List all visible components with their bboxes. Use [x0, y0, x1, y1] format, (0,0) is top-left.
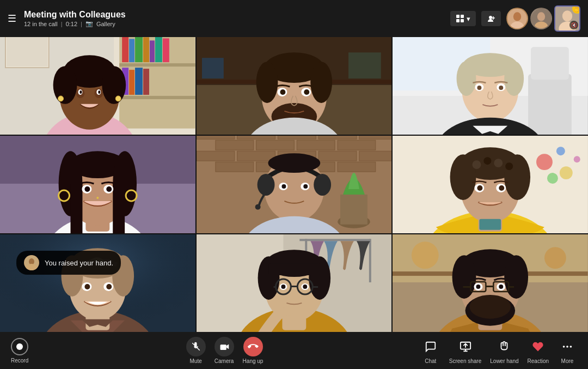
svg-rect-115: [216, 162, 254, 172]
svg-rect-35: [81, 110, 97, 129]
svg-rect-90: [71, 184, 83, 233]
notification-avatar: [24, 255, 39, 270]
svg-point-38: [53, 66, 77, 104]
svg-point-186: [275, 279, 291, 294]
svg-rect-29: [135, 68, 143, 95]
svg-point-78: [497, 83, 506, 91]
svg-point-200: [544, 247, 566, 269]
svg-point-224: [563, 346, 565, 348]
svg-point-182: [266, 250, 322, 277]
video-cell-4: [0, 136, 195, 233]
svg-rect-24: [150, 40, 155, 62]
svg-rect-18: [119, 63, 195, 66]
camera-label: Camera: [215, 358, 234, 364]
svg-point-159: [39, 311, 156, 332]
svg-point-76: [505, 61, 524, 96]
participant-count: 12 in the call: [24, 21, 58, 27]
svg-point-191: [279, 283, 287, 290]
svg-point-199: [412, 241, 439, 269]
svg-point-168: [106, 284, 112, 289]
svg-rect-28: [129, 70, 134, 95]
svg-point-206: [462, 249, 519, 277]
svg-rect-190: [313, 286, 318, 288]
svg-rect-154: [480, 219, 501, 230]
svg-rect-214: [463, 286, 471, 288]
svg-point-147: [484, 157, 492, 165]
svg-point-65: [245, 118, 342, 135]
svg-point-143: [461, 147, 520, 180]
svg-point-59: [310, 62, 332, 103]
chevron-down-icon: ▾: [467, 15, 470, 23]
svg-point-127: [268, 153, 320, 173]
svg-point-81: [436, 118, 544, 135]
svg-point-77: [475, 83, 484, 91]
svg-point-88: [59, 151, 83, 216]
svg-rect-176: [369, 239, 371, 282]
more-button[interactable]: More: [558, 337, 577, 364]
svg-point-144: [450, 154, 476, 200]
svg-rect-141: [479, 210, 503, 232]
svg-rect-70: [393, 37, 490, 90]
record-label: Record: [11, 358, 28, 364]
menu-icon[interactable]: ☰: [8, 13, 16, 25]
svg-point-12: [562, 10, 572, 21]
svg-point-125: [314, 174, 331, 196]
svg-point-86: [67, 158, 129, 226]
lower-hand-button[interactable]: Lower hand: [490, 337, 518, 364]
svg-rect-69: [531, 47, 569, 80]
heart-icon: [528, 337, 548, 356]
svg-point-192: [301, 283, 309, 290]
microphone-muted-icon: [186, 337, 206, 356]
svg-point-135: [536, 154, 553, 170]
svg-rect-114: [359, 151, 392, 161]
mute-button[interactable]: Mute: [186, 337, 206, 364]
add-person-button[interactable]: [481, 11, 501, 26]
svg-point-97: [126, 190, 137, 201]
svg-point-42: [78, 89, 82, 95]
svg-rect-85: [85, 210, 109, 232]
svg-point-62: [301, 88, 311, 96]
svg-point-92: [82, 185, 91, 193]
reaction-label: Reaction: [528, 358, 549, 364]
svg-point-178: [234, 315, 353, 332]
toolbar-center: Mute Camera Hang up: [186, 337, 264, 364]
svg-point-132: [242, 216, 345, 233]
svg-rect-185: [268, 263, 320, 275]
svg-point-128: [279, 183, 287, 190]
svg-point-121: [240, 216, 348, 233]
svg-point-153: [499, 185, 505, 191]
svg-rect-160: [85, 308, 109, 330]
svg-point-75: [457, 61, 476, 96]
camera-layout-button[interactable]: ▾: [450, 11, 476, 26]
svg-point-39: [102, 66, 126, 104]
svg-point-63: [280, 89, 285, 95]
svg-rect-175: [299, 239, 370, 241]
avatar-3-highlighted: ✋ 🔇: [554, 5, 580, 32]
hangup-label: Hang up: [243, 358, 264, 364]
svg-point-44: [79, 90, 82, 94]
camera-icon: [215, 337, 234, 356]
svg-point-89: [113, 151, 137, 216]
svg-rect-21: [129, 39, 134, 62]
svg-rect-19: [119, 96, 195, 99]
svg-point-138: [560, 166, 573, 179]
svg-point-95: [106, 186, 112, 192]
screenshare-button[interactable]: Screen share: [449, 337, 481, 364]
svg-point-165: [82, 282, 91, 291]
svg-point-6: [513, 12, 521, 21]
reaction-button[interactable]: Reaction: [528, 337, 549, 364]
svg-rect-188: [291, 286, 297, 287]
svg-point-166: [103, 282, 113, 291]
svg-point-210: [470, 295, 511, 319]
camera-button[interactable]: Camera: [215, 337, 234, 364]
svg-rect-23: [143, 37, 149, 62]
svg-point-184: [309, 256, 330, 300]
video-grid: You raised your hand.: [0, 37, 588, 332]
svg-point-41: [94, 88, 103, 98]
svg-rect-113: [318, 151, 357, 161]
hangup-button[interactable]: Hang up: [243, 337, 264, 364]
record-button[interactable]: Record: [11, 338, 28, 364]
svg-rect-110: [197, 151, 235, 161]
chat-button[interactable]: Chat: [421, 337, 440, 364]
svg-point-126: [255, 204, 260, 210]
